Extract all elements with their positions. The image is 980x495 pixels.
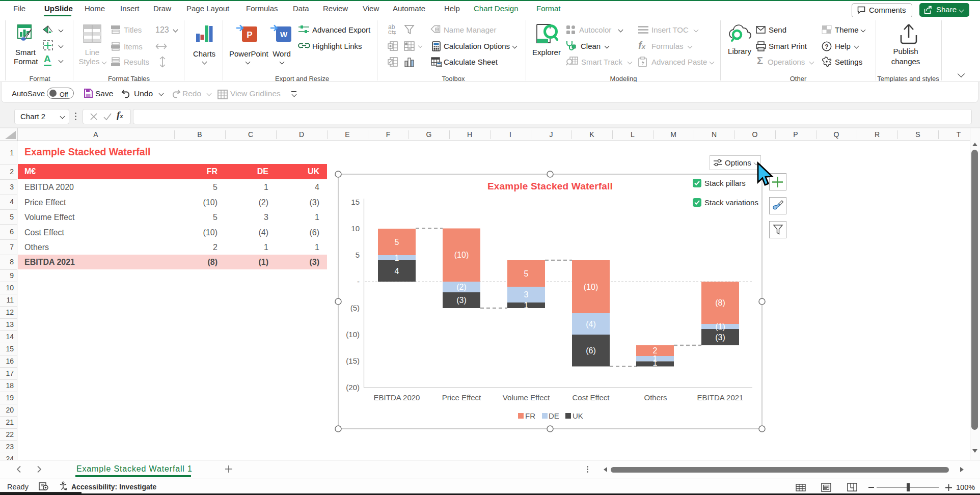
svg-text:(20): (20) [346,383,360,392]
svg-text:(3): (3) [456,296,467,305]
svg-text:EBITDA 2021: EBITDA 2021 [697,393,744,402]
svg-text:Example Stacked Waterfall: Example Stacked Waterfall [487,181,613,191]
svg-text:(4): (4) [586,320,596,328]
svg-text:(1): (1) [715,322,725,331]
svg-text:4: 4 [395,267,399,276]
svg-text:Others: Others [644,393,667,402]
svg-text:(15): (15) [346,356,360,365]
svg-text:(8): (8) [715,298,725,307]
svg-text:2: 2 [653,346,658,355]
svg-text:1: 1 [395,254,399,262]
svg-text:(10): (10) [346,330,360,339]
svg-text:(6): (6) [586,346,596,355]
svg-text:Cost Effect: Cost Effect [572,393,610,402]
svg-text:Volume Effect: Volume Effect [503,393,550,402]
svg-text:10: 10 [351,224,360,233]
svg-text:5: 5 [395,238,399,246]
svg-text:-: - [357,277,360,286]
svg-text:?: ? [825,43,828,50]
svg-text:W: W [280,30,288,39]
svg-text:(10): (10) [454,251,469,259]
svg-text:EBITDA 2020: EBITDA 2020 [374,393,420,402]
svg-text:Price Effect: Price Effect [442,393,481,402]
svg-text:(3): (3) [715,333,725,342]
svg-text:UK: UK [573,411,583,420]
svg-text:5: 5 [524,269,529,278]
svg-text:1: 1 [524,301,529,310]
svg-text:5: 5 [356,251,360,259]
svg-text:3: 3 [524,290,529,299]
svg-text:(2): (2) [456,283,467,291]
svg-text:FR: FR [525,411,535,420]
svg-text:DE: DE [549,411,559,420]
svg-text:(5): (5) [350,304,360,312]
svg-text:15: 15 [351,198,360,206]
svg-text:P: P [247,30,252,40]
svg-text:1: 1 [653,359,658,367]
svg-text:(10): (10) [584,283,598,291]
